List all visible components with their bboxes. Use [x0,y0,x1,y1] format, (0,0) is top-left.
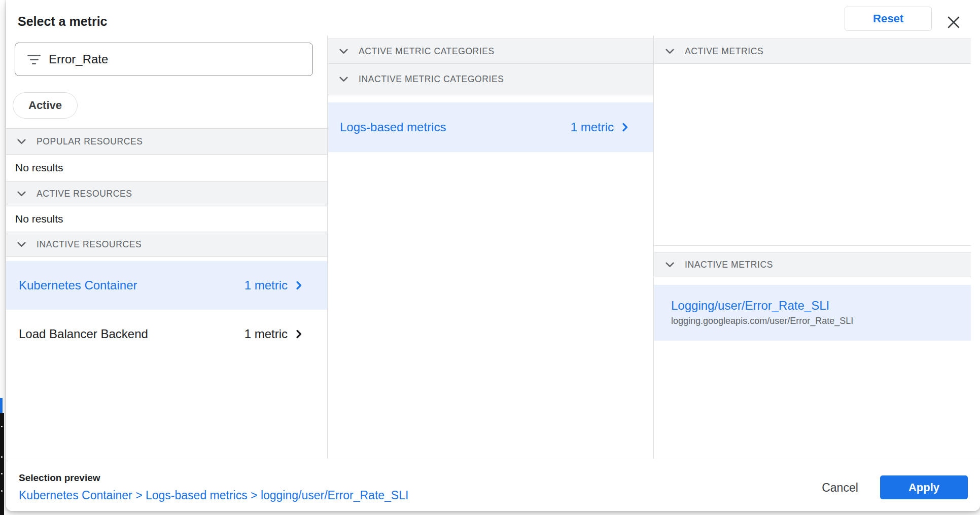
empty-result-row: No results [6,155,327,181]
resource-row-kubernetes-container[interactable]: Kubernetes Container 1 metric [6,261,327,310]
chevron-right-icon [619,121,631,133]
metric-filter-field[interactable] [15,43,313,76]
metric-row-error-rate-sli[interactable]: Logging/user/Error_Rate_SLI logging.goog… [654,285,971,341]
chevron-down-icon [15,135,28,148]
page-title: Select a metric [18,14,108,29]
select-metric-dialog: Select a metric Reset Active [6,0,980,511]
metrics-column: ACTIVE METRICS INACTIVE METRICS Logging/… [654,35,971,459]
metric-count: 1 metric [244,278,288,292]
chevron-down-icon [337,73,350,86]
chevron-down-icon [663,259,676,271]
resource-name: Load Balancer Backend [19,327,148,341]
dialog-footer: Selection preview Kubernetes Container >… [6,459,980,511]
resource-row-load-balancer-backend[interactable]: Load Balancer Backend 1 metric [6,310,327,358]
reset-button[interactable]: Reset [845,7,932,31]
section-header-popular-resources[interactable]: POPULAR RESOURCES [6,128,327,155]
chevron-right-icon [293,279,305,291]
selection-preview-label: Selection preview [19,472,100,484]
apply-button[interactable]: Apply [880,475,968,499]
close-icon [946,15,961,30]
chevron-down-icon [15,238,28,251]
resource-name: Kubernetes Container [19,278,137,292]
active-filter-chip[interactable]: Active [13,92,78,119]
chevron-down-icon [337,45,350,58]
section-label: INACTIVE METRICS [685,260,773,270]
metric-filter-input[interactable] [49,52,306,66]
filter-icon [27,55,41,64]
section-label: INACTIVE METRIC CATEGORIES [359,74,504,85]
column-divider [653,35,654,459]
cancel-button[interactable]: Cancel [814,475,866,500]
section-header-active-resources[interactable]: ACTIVE RESOURCES [6,181,327,206]
chevron-down-icon [15,188,28,200]
resource-sections: POPULAR RESOURCES No results ACTIVE RESO… [6,128,327,358]
active-metrics-empty-area [654,64,971,246]
section-header-inactive-resources[interactable]: INACTIVE RESOURCES [6,232,327,257]
category-name: Logs-based metrics [340,120,446,134]
selection-preview-breadcrumb: Kubernetes Container > Logs-based metric… [19,489,408,502]
section-label: ACTIVE METRIC CATEGORIES [359,46,495,57]
chevron-right-icon [293,328,305,340]
section-header-inactive-metrics[interactable]: INACTIVE METRICS [654,252,971,277]
metric-count: 1 metric [244,327,288,341]
section-label: INACTIVE RESOURCES [37,239,142,250]
section-header-active-metrics[interactable]: ACTIVE METRICS [654,39,971,64]
section-label: ACTIVE RESOURCES [37,189,132,199]
metric-name: Logging/user/Error_Rate_SLI [671,299,961,313]
section-label: ACTIVE METRICS [685,46,763,57]
chevron-down-icon [663,45,676,58]
close-button[interactable] [940,9,967,35]
section-label: POPULAR RESOURCES [37,136,143,147]
category-row-logs-based-metrics[interactable]: Logs-based metrics 1 metric [328,102,653,152]
section-header-inactive-metric-categories[interactable]: INACTIVE METRIC CATEGORIES [328,64,653,95]
categories-column: ACTIVE METRIC CATEGORIES INACTIVE METRIC… [328,35,653,459]
resources-column: Active POPULAR RESOURCES No results ACTI… [6,35,327,459]
column-divider [327,35,328,459]
section-header-active-metric-categories[interactable]: ACTIVE METRIC CATEGORIES [328,39,653,64]
metric-id: logging.googleapis.com/user/Error_Rate_S… [671,316,961,326]
screen: Select a metric Reset Active [0,0,980,515]
background-scroll-accent [0,398,3,413]
metric-count: 1 metric [571,120,614,134]
background-nav-strip [0,413,4,515]
empty-result-row: No results [6,206,327,232]
